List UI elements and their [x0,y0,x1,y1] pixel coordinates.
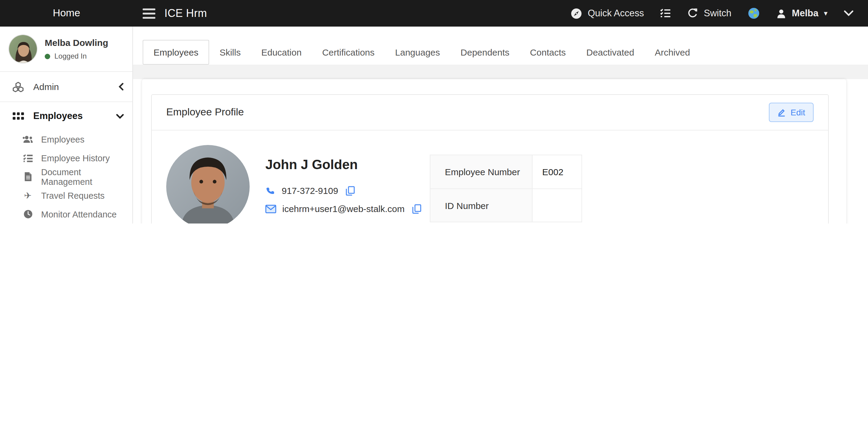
phone-icon [266,186,276,196]
sidebar-group-admin[interactable]: Admin [0,72,132,102]
employee-id-table: Employee Number E002 ID Number [430,155,582,222]
sidebar-item-document-management[interactable]: Document Management [0,167,132,186]
globe-icon [748,7,760,19]
module-tabs: Employees Skills Education Certification… [143,40,700,65]
home-link[interactable]: Home [0,7,133,19]
language-globe-button[interactable] [748,7,760,19]
switch-label: Switch [704,8,732,19]
sidebar-item-label: Travel Requests [41,191,104,200]
table-row: Employee Number E002 [430,155,582,188]
tab-languages[interactable]: Languages [385,40,450,65]
sidebar: Melba Dowling Logged In Admin [0,27,133,224]
content-gap [133,65,868,79]
tasks-icon [660,8,671,18]
employee-photo [166,145,250,224]
employee-name: John J Golden [266,157,422,173]
field-label: Employee Number [430,155,532,188]
tab-certifications[interactable]: Certifications [312,40,385,65]
user-name: Melba [792,8,818,19]
table-row: ID Number [430,188,582,222]
tab-employees[interactable]: Employees [143,40,209,65]
sidebar-item-label: Employees [41,134,84,144]
sidebar-item-employees[interactable]: Employees [0,130,132,149]
tab-education[interactable]: Education [251,40,312,65]
sidebar-item-label: Document Management [41,167,132,186]
status-dot [45,54,50,59]
edit-label: Edit [790,107,805,117]
user-menu[interactable]: Melba ▾ [776,8,828,19]
copy-icon[interactable] [412,204,422,214]
tab-skills[interactable]: Skills [209,40,251,65]
sidebar-item-travel-requests[interactable]: ✈ Travel Requests [0,186,132,205]
list-check-icon [21,154,34,162]
chevron-down-icon[interactable] [844,10,854,16]
sidebar-item-monitor-attendance[interactable]: Monitor Attendance [0,205,132,224]
document-icon [21,172,34,181]
login-status: Logged In [54,52,87,60]
employee-profile-card: Employee Profile Edit [151,94,829,224]
grid-icon [11,112,25,120]
switch-button[interactable]: Switch [688,8,732,19]
tab-dependents[interactable]: Dependents [450,40,520,65]
employee-email[interactable]: icehrm+user1@web-stalk.com [282,203,405,214]
quick-access-button[interactable]: Quick Access [571,7,644,19]
quick-access-label: Quick Access [588,8,644,19]
mail-icon [266,204,276,213]
sidebar-group-employees[interactable]: Employees [0,102,132,130]
topbar: Home ICE Hrm Quick Access [0,0,868,27]
app-title: ICE Hrm [164,7,207,20]
card-title: Employee Profile [166,106,244,118]
tab-archived[interactable]: Archived [644,40,700,65]
chevron-left-icon [119,83,124,91]
content-panel: Employee Profile Edit [142,79,846,224]
sidebar-group-label: Employees [33,110,116,121]
hamburger-icon[interactable] [143,6,155,21]
edit-profile-button[interactable]: Edit [769,103,814,122]
field-label: ID Number [430,189,532,222]
field-value [532,189,582,222]
tasks-button[interactable] [660,8,671,18]
sidebar-group-label: Admin [33,82,119,92]
caret-down-icon: ▾ [824,10,828,17]
employee-phone[interactable]: 917-372-9109 [282,186,338,196]
chevron-down-icon [116,113,124,119]
plane-icon: ✈ [21,191,34,200]
sidebar-item-label: Employee History [41,153,110,163]
switch-icon [688,8,699,19]
sidebar-profile: Melba Dowling Logged In [0,27,132,72]
cubes-icon [11,81,25,92]
sidebar-group-employees-wrap: Employees Employees Employee History [0,102,132,224]
copy-icon[interactable] [346,186,355,195]
edit-icon [777,108,786,117]
clock-icon [21,210,34,219]
sidebar-item-employee-history[interactable]: Employee History [0,149,132,167]
tab-contacts[interactable]: Contacts [520,40,576,65]
avatar [8,34,37,63]
icehrm-app: Home ICE Hrm Quick Access [0,0,868,224]
sidebar-item-label: Monitor Attendance [41,209,117,219]
user-icon [776,8,786,19]
compass-icon [571,7,582,19]
field-value: E002 [532,155,582,188]
users-icon [21,135,34,143]
main-content: Employees Skills Education Certification… [133,27,868,224]
profile-name: Melba Dowling [45,37,108,48]
tab-deactivated[interactable]: Deactivated [576,40,644,65]
